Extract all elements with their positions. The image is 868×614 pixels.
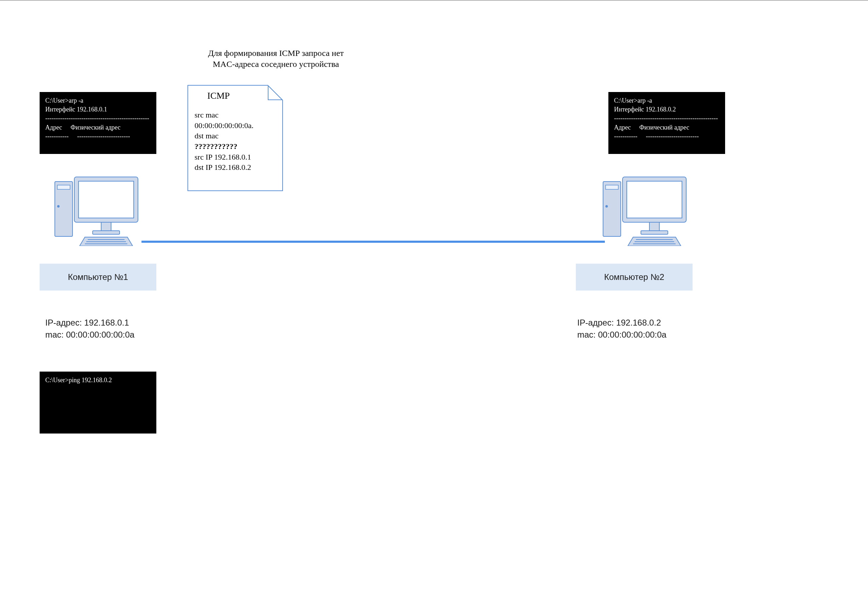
terminal-divider-cols: ----------- ------------------------- — [614, 132, 719, 141]
page-top-border — [0, 0, 868, 1]
pc2-mac: mac: 00:00:00:00:00:0a — [577, 329, 666, 341]
terminal-col-addr: Адрес — [45, 123, 62, 132]
caption-line1: Для формирования ICMP запроса нет — [177, 48, 375, 59]
icmp-dst-ip: dst IP 192.168.0.2 — [195, 162, 276, 173]
network-link — [141, 241, 605, 243]
dash-col1: ----------- — [45, 132, 69, 141]
computer-2-label-box: Компьютер №2 — [576, 264, 693, 291]
svg-rect-16 — [627, 181, 682, 218]
svg-point-3 — [57, 205, 60, 208]
terminal-cmd: C:\User>arp -a — [45, 96, 151, 105]
computer-2-icon — [601, 175, 693, 246]
svg-rect-18 — [641, 231, 668, 234]
dash-col1: ----------- — [614, 132, 637, 141]
terminal-cmd: C:\User>ping 192.168.0.2 — [45, 376, 151, 385]
dash-col2: ------------------------- — [77, 132, 130, 141]
terminal-iface: Интерфейс 192.168.0.1 — [45, 105, 151, 114]
svg-rect-2 — [57, 185, 70, 189]
computer-2-address: IP-адрес: 192.168.0.2 mac: 00:00:00:00:0… — [577, 317, 666, 340]
computer-1-label: Компьютер №1 — [68, 272, 128, 282]
svg-point-14 — [606, 205, 608, 208]
svg-rect-12 — [603, 182, 621, 236]
icmp-dst-mac-unknown: ??????????? — [195, 141, 276, 152]
icmp-src-mac-label: src mac — [195, 110, 276, 120]
svg-rect-17 — [649, 222, 659, 231]
caption-line2: MAC-адреса соседнего устройства — [177, 59, 375, 70]
icmp-body: src mac 00:00:00:00:00:0a. dst mac ?????… — [188, 110, 282, 173]
terminal-col-addr: Адрес — [614, 123, 631, 132]
terminal-cmd: C:\User>arp -a — [614, 96, 719, 105]
pc2-ip: IP-адрес: 192.168.0.2 — [577, 317, 666, 329]
terminal-iface: Интерфейс 192.168.0.2 — [614, 105, 719, 114]
icmp-packet-note: ICMP src mac 00:00:00:00:00:0a. dst mac … — [188, 85, 283, 191]
terminal-col-mac: Физический адрес — [640, 123, 690, 132]
computer-1-icon — [53, 175, 145, 246]
svg-rect-7 — [93, 231, 119, 234]
icmp-src-mac: 00:00:00:00:00:0a. — [195, 120, 276, 131]
computer-1-label-box: Компьютер №1 — [40, 264, 157, 291]
computer-1-address: IP-адрес: 192.168.0.1 mac: 00:00:00:00:0… — [45, 317, 135, 340]
terminal-divider: ----------------------------------------… — [45, 114, 151, 123]
terminal-col-mac: Физический адрес — [71, 123, 121, 132]
dash-col2: ------------------------- — [646, 132, 699, 141]
pc1-ip: IP-адрес: 192.168.0.1 — [45, 317, 135, 329]
terminal-divider-cols: ----------- ------------------------- — [45, 132, 151, 141]
icmp-src-ip: src IP 192.168.0.1 — [195, 152, 276, 162]
pc1-mac: mac: 00:00:00:00:00:0a — [45, 329, 135, 341]
terminal-headers: Адрес Физический адрес — [614, 123, 719, 132]
svg-rect-1 — [55, 182, 73, 236]
icmp-dst-mac-label: dst mac — [195, 131, 276, 141]
terminal-arp-right: C:\User>arp -a Интерфейс 192.168.0.2 ---… — [608, 92, 725, 154]
terminal-ping: C:\User>ping 192.168.0.2 — [40, 372, 157, 434]
note-fold-icon — [267, 85, 283, 101]
svg-rect-6 — [101, 222, 111, 231]
svg-rect-13 — [606, 185, 618, 189]
terminal-arp-left: C:\User>arp -a Интерфейс 192.168.0.1 ---… — [40, 92, 157, 154]
svg-rect-5 — [79, 181, 134, 218]
svg-marker-0 — [268, 85, 282, 100]
terminal-headers: Адрес Физический адрес — [45, 123, 151, 132]
terminal-divider: ----------------------------------------… — [614, 114, 719, 123]
computer-2-label: Компьютер №2 — [604, 272, 664, 282]
diagram-caption: Для формирования ICMP запроса нет MAC-ад… — [177, 48, 375, 70]
